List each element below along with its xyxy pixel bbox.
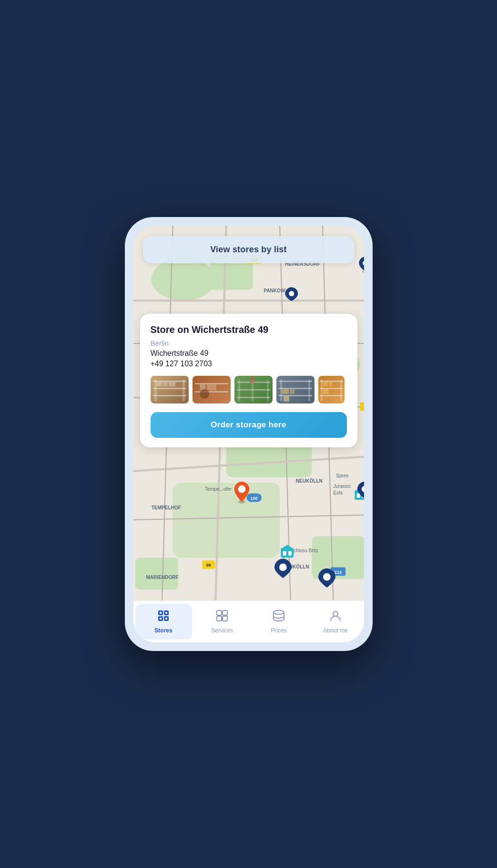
svg-rect-104 [284,396,289,402]
svg-rect-86 [195,391,228,393]
store-image-4[interactable] [276,376,314,403]
svg-point-89 [200,389,209,399]
svg-rect-105 [320,381,343,382]
services-icon [216,610,228,625]
nav-item-services[interactable]: Services [194,601,251,642]
svg-rect-77 [153,381,186,382]
svg-rect-110 [323,382,328,386]
nav-about-label: About me [323,627,347,634]
svg-point-1 [151,258,215,300]
svg-rect-106 [320,388,343,389]
svg-rect-93 [238,380,240,402]
store-image-5[interactable] [318,376,345,403]
nav-item-prices[interactable]: Prices [251,601,307,642]
svg-text:Exhi: Exhi [333,490,343,496]
svg-rect-124 [223,616,227,621]
svg-rect-102 [282,389,289,394]
svg-text:Tempe...ofer: Tempe...ofer [204,486,232,492]
svg-rect-107 [320,395,343,396]
store-city: Berlin [151,339,347,347]
nav-item-about[interactable]: About me [307,601,364,642]
nav-stores-label: Stores [154,627,172,634]
svg-rect-94 [267,380,269,402]
prices-icon [273,610,285,625]
svg-rect-111 [329,382,333,386]
svg-rect-98 [279,388,312,389]
store-title: Store on Wichertstraße 49 [151,324,347,335]
svg-rect-81 [183,380,185,401]
svg-point-75 [323,573,331,581]
svg-text:NEUKÖLLN: NEUKÖLLN [295,478,322,484]
store-image-3[interactable] [234,376,273,403]
store-phone: +49 127 103 2703 [151,360,347,368]
svg-rect-101 [308,380,310,401]
svg-text:PANKOW: PANKOW [264,288,285,293]
svg-rect-119 [160,618,162,620]
svg-point-68 [238,486,245,493]
svg-rect-73 [288,551,292,556]
svg-rect-88 [207,384,216,390]
svg-rect-103 [290,389,294,394]
svg-rect-72 [283,551,286,556]
svg-point-126 [333,611,338,616]
svg-rect-85 [195,383,228,384]
svg-text:Schloss Britz: Schloss Britz [290,548,318,553]
svg-point-54 [289,291,294,296]
svg-rect-70 [281,548,294,558]
store-info-card: Store on Wichertstraße 49 Berlin Wichert… [140,314,357,447]
svg-rect-79 [153,395,186,396]
svg-rect-112 [323,389,329,394]
svg-point-74 [279,564,287,571]
bottom-navigation: Stores Services [133,600,364,642]
store-images-row [151,376,347,403]
svg-text:Spree: Spree [336,473,349,478]
nav-prices-label: Prices [271,627,286,634]
svg-rect-109 [340,380,342,401]
nav-item-stores[interactable]: Stores [135,604,192,640]
stores-icon [157,610,170,625]
svg-text:MARIENDORF: MARIENDORF [146,575,178,580]
svg-text:Jurassic: Jurassic [333,484,351,489]
svg-rect-123 [217,616,222,621]
phone-frame: 96b 2 96a 2 96 HEINERSDORF PANKOW WEISSE… [125,217,373,651]
svg-rect-78 [153,388,186,389]
store-address: Wichertstraße 49 [151,349,347,358]
svg-point-125 [274,610,284,614]
view-stores-button[interactable]: View stores by list [143,236,355,263]
svg-rect-5 [135,558,178,589]
svg-rect-65 [356,493,360,497]
svg-marker-96 [250,376,254,383]
svg-rect-7 [172,483,280,558]
about-icon [329,610,342,625]
svg-text:2: 2 [364,405,364,410]
svg-rect-121 [217,610,222,615]
store-image-2[interactable] [193,376,231,403]
svg-rect-84 [169,382,175,386]
svg-rect-108 [321,380,323,401]
svg-rect-120 [165,618,167,620]
order-storage-button[interactable]: Order storage here [151,412,347,438]
svg-rect-118 [165,612,167,614]
svg-rect-117 [160,612,162,614]
nav-services-label: Services [211,627,233,634]
store-image-1[interactable] [151,376,189,403]
svg-rect-100 [280,380,282,401]
map-view[interactable]: 96b 2 96a 2 96 HEINERSDORF PANKOW WEISSE… [133,226,364,600]
svg-text:TEMPELHOF: TEMPELHOF [151,505,181,510]
svg-rect-82 [156,382,162,386]
svg-rect-122 [223,610,227,615]
svg-rect-83 [163,382,168,386]
svg-text:96: 96 [206,563,211,568]
svg-rect-97 [279,381,312,382]
phone-screen: 96b 2 96a 2 96 HEINERSDORF PANKOW WEISSE… [133,226,364,642]
svg-text:100: 100 [250,496,257,501]
svg-text:113: 113 [335,570,342,575]
